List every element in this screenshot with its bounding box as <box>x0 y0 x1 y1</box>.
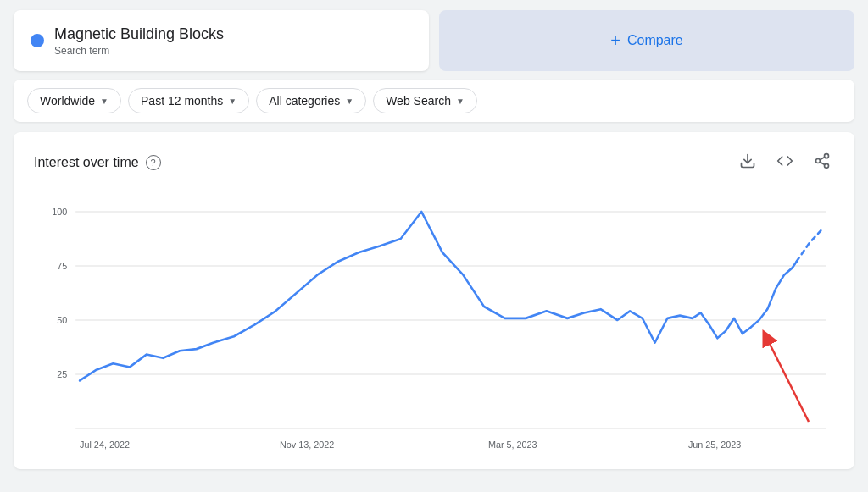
filter-search-type[interactable]: Web Search ▼ <box>373 88 477 113</box>
svg-text:Jul 24, 2022: Jul 24, 2022 <box>80 439 130 450</box>
filter-search-type-label: Web Search <box>386 94 451 108</box>
search-term-info: Magnetic Building Blocks Search term <box>54 25 224 57</box>
top-section: Magnetic Building Blocks Search term + C… <box>0 0 868 80</box>
chart-section: Interest over time ? <box>14 132 854 469</box>
compare-label: Compare <box>627 33 683 48</box>
filters-bar: Worldwide ▼ Past 12 months ▼ All categor… <box>14 80 854 122</box>
share-button[interactable] <box>810 149 834 176</box>
svg-text:Mar 5, 2023: Mar 5, 2023 <box>488 439 537 450</box>
chevron-down-icon: ▼ <box>228 97 236 106</box>
search-term-label: Search term <box>54 45 224 57</box>
trend-line-dotted <box>797 229 822 261</box>
filter-category-label: All categories <box>269 94 340 108</box>
search-term-dot <box>31 34 44 47</box>
compare-plus-icon: + <box>610 31 620 51</box>
filter-time-label: Past 12 months <box>141 94 223 108</box>
chart-container: 100 75 50 25 Jul 24, 2022 Nov 13, 2022 M… <box>34 185 834 456</box>
compare-card[interactable]: + Compare <box>439 10 854 71</box>
filter-category[interactable]: All categories ▼ <box>256 88 366 113</box>
filter-time[interactable]: Past 12 months ▼ <box>128 88 249 113</box>
chart-actions <box>736 149 834 176</box>
filter-location[interactable]: Worldwide ▼ <box>27 88 121 113</box>
svg-text:Jun 25, 2023: Jun 25, 2023 <box>688 439 741 450</box>
chart-header: Interest over time ? <box>34 149 834 176</box>
chart-title: Interest over time <box>34 155 139 170</box>
chevron-down-icon: ▼ <box>456 97 465 106</box>
chevron-down-icon: ▼ <box>100 97 108 106</box>
svg-text:Nov 13, 2022: Nov 13, 2022 <box>280 439 334 450</box>
help-icon[interactable]: ? <box>146 155 161 170</box>
trend-line <box>80 212 797 380</box>
compare-button[interactable]: + Compare <box>610 31 683 51</box>
download-button[interactable] <box>736 149 760 176</box>
search-term-name: Magnetic Building Blocks <box>54 25 224 43</box>
chart-svg: 100 75 50 25 Jul 24, 2022 Nov 13, 2022 M… <box>34 185 834 456</box>
chevron-down-icon: ▼ <box>345 97 353 106</box>
chart-title-group: Interest over time ? <box>34 155 161 170</box>
svg-line-5 <box>820 157 825 159</box>
svg-text:75: 75 <box>57 261 67 271</box>
svg-text:100: 100 <box>52 207 67 217</box>
embed-button[interactable] <box>773 149 797 176</box>
svg-text:25: 25 <box>57 369 67 379</box>
search-term-card: Magnetic Building Blocks Search term <box>14 10 429 71</box>
svg-line-4 <box>820 162 825 164</box>
filter-location-label: Worldwide <box>40 94 95 108</box>
svg-text:50: 50 <box>57 315 67 325</box>
